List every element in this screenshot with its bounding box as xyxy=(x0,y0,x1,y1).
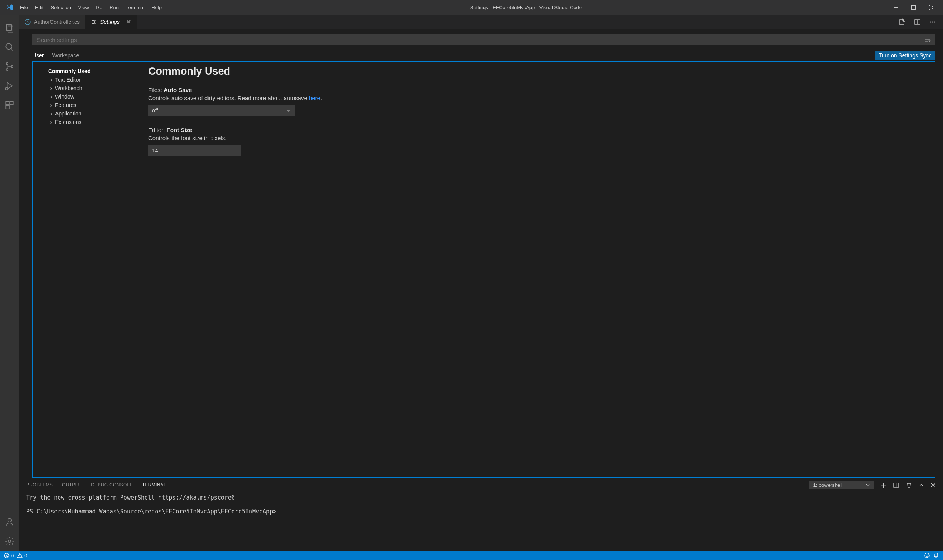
split-editor-icon[interactable] xyxy=(912,17,922,27)
panel-tab-debug[interactable]: DEBUG CONSOLE xyxy=(91,482,133,488)
tree-extensions[interactable]: ›Extensions xyxy=(48,118,141,126)
close-window-button[interactable] xyxy=(922,0,940,15)
menu-selection[interactable]: Selection xyxy=(47,5,74,10)
autosave-select[interactable]: off xyxy=(148,105,295,116)
select-value: off xyxy=(152,107,158,114)
svg-rect-13 xyxy=(10,101,13,105)
title-bar: File Edit Selection View Go Run Terminal… xyxy=(0,0,943,15)
explorer-icon[interactable] xyxy=(0,18,19,38)
terminal-output[interactable]: Try the new cross-platform PowerShell ht… xyxy=(19,492,943,551)
svg-point-32 xyxy=(934,22,935,23)
maximize-panel-icon[interactable] xyxy=(918,482,924,488)
error-icon xyxy=(4,553,10,558)
setting-autosave: Files: Auto Save Controls auto save of d… xyxy=(148,87,927,116)
window-title: Settings - EFCore5InMvcApp - Visual Stud… xyxy=(165,5,887,10)
tree-workbench[interactable]: ›Workbench xyxy=(48,84,141,92)
extensions-icon[interactable] xyxy=(0,95,19,115)
split-terminal-icon[interactable] xyxy=(893,482,899,488)
tree-text-editor[interactable]: ›Text Editor xyxy=(48,75,141,84)
panel-tab-output[interactable]: OUTPUT xyxy=(62,482,82,488)
minimize-button[interactable] xyxy=(887,0,904,15)
settings-search[interactable] xyxy=(32,34,935,45)
scope-user[interactable]: User xyxy=(32,50,44,61)
settings-heading: Commonly Used xyxy=(148,65,927,77)
menu-run[interactable]: Run xyxy=(106,5,122,10)
setting-title: Editor: Font Size xyxy=(148,127,927,133)
settings-tree: Commonly Used ›Text Editor ›Workbench ›W… xyxy=(33,62,141,477)
csharp-file-icon: C xyxy=(25,19,31,25)
svg-rect-12 xyxy=(6,101,9,105)
search-icon[interactable] xyxy=(0,38,19,57)
source-control-icon[interactable] xyxy=(0,57,19,76)
close-panel-icon[interactable] xyxy=(930,482,936,488)
fontsize-input[interactable] xyxy=(148,145,241,156)
menu-terminal[interactable]: Terminal xyxy=(122,5,148,10)
setting-description: Controls auto save of dirty editors. Rea… xyxy=(148,95,927,101)
setting-fontsize: Editor: Font Size Controls the font size… xyxy=(148,127,927,156)
panel-tabs: PROBLEMS OUTPUT DEBUG CONSOLE TERMINAL 1… xyxy=(19,478,943,492)
menu-edit[interactable]: Edit xyxy=(32,5,47,10)
editor-tabs: C AuthorController.cs Settings xyxy=(19,15,943,29)
tab-settings[interactable]: Settings xyxy=(85,15,137,29)
chevron-down-icon xyxy=(866,483,870,487)
open-settings-json-icon[interactable] xyxy=(897,17,907,27)
chevron-right-icon: › xyxy=(48,77,54,83)
menu-help[interactable]: Help xyxy=(148,5,165,10)
tab-label: Settings xyxy=(100,19,120,25)
scope-workspace[interactable]: Workspace xyxy=(52,50,79,61)
more-actions-icon[interactable] xyxy=(928,17,938,27)
chevron-right-icon: › xyxy=(48,94,54,100)
tab-label: AuthorController.cs xyxy=(34,19,80,25)
warning-icon xyxy=(17,553,23,558)
menu-go[interactable]: Go xyxy=(92,5,106,10)
svg-point-15 xyxy=(8,518,12,522)
settings-tab-icon xyxy=(91,19,97,25)
svg-point-8 xyxy=(6,63,8,65)
menu-file[interactable]: File xyxy=(17,5,32,10)
vscode-logo-icon xyxy=(3,3,17,11)
svg-point-6 xyxy=(6,43,12,49)
autosave-link[interactable]: here xyxy=(309,95,320,101)
panel-tab-terminal[interactable]: TERMINAL xyxy=(142,482,166,490)
svg-point-10 xyxy=(11,65,13,67)
svg-point-48 xyxy=(20,557,20,557)
settings-gear-icon[interactable] xyxy=(0,532,19,551)
settings-editor: User Workspace Turn on Settings Sync Com… xyxy=(19,29,943,478)
activity-bar xyxy=(0,15,19,551)
menu-view[interactable]: View xyxy=(75,5,92,10)
settings-search-input[interactable] xyxy=(37,37,924,43)
settings-scope-tabs: User Workspace Turn on Settings Sync xyxy=(32,50,935,61)
status-warnings[interactable]: 0 xyxy=(17,553,27,558)
status-bell-icon[interactable] xyxy=(933,552,939,558)
svg-point-49 xyxy=(925,553,929,558)
panel-tab-problems[interactable]: PROBLEMS xyxy=(26,482,53,488)
svg-rect-1 xyxy=(911,5,915,9)
tree-application[interactable]: ›Application xyxy=(48,109,141,118)
settings-sync-button[interactable]: Turn on Settings Sync xyxy=(875,51,935,60)
account-icon[interactable] xyxy=(0,512,19,532)
chevron-right-icon: › xyxy=(48,110,54,117)
tab-authorcontroller[interactable]: C AuthorController.cs xyxy=(19,15,85,29)
kill-terminal-icon[interactable] xyxy=(906,482,912,488)
menu-bar: File Edit Selection View Go Run Terminal… xyxy=(17,5,165,10)
tree-features[interactable]: ›Features xyxy=(48,101,141,109)
chevron-right-icon: › xyxy=(48,102,54,108)
debug-icon[interactable] xyxy=(0,76,19,95)
clear-search-icon[interactable] xyxy=(924,36,931,43)
svg-rect-4 xyxy=(6,24,11,30)
svg-point-30 xyxy=(930,22,931,23)
svg-point-31 xyxy=(932,22,933,23)
maximize-button[interactable] xyxy=(904,0,922,15)
svg-point-16 xyxy=(8,540,11,543)
terminal-selector[interactable]: 1: powershell xyxy=(809,481,874,489)
tree-commonly-used[interactable]: Commonly Used xyxy=(48,67,141,75)
svg-line-7 xyxy=(11,48,13,50)
status-feedback-icon[interactable] xyxy=(924,552,930,558)
svg-point-9 xyxy=(6,69,8,70)
new-terminal-icon[interactable] xyxy=(880,482,887,488)
svg-rect-5 xyxy=(8,26,13,32)
status-errors[interactable]: 0 xyxy=(4,553,14,558)
svg-rect-14 xyxy=(6,105,9,109)
close-tab-icon[interactable] xyxy=(126,19,131,25)
tree-window[interactable]: ›Window xyxy=(48,92,141,101)
